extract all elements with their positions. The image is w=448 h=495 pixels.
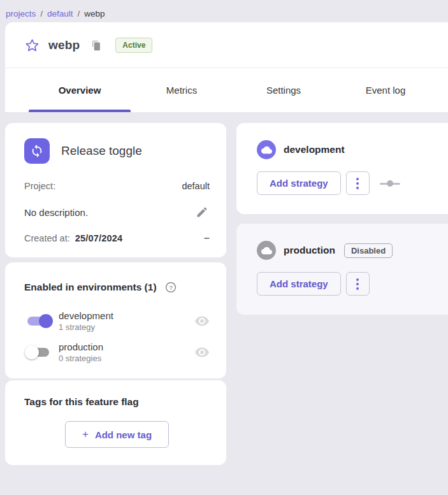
status-badge: Active [115, 38, 152, 53]
tags-button-wrap: + Add new tag [24, 421, 210, 448]
environment-texts: production 0 strategies [59, 341, 194, 363]
created-at-value: 25/07/2024 [75, 233, 123, 243]
tabs-bar: Overview Metrics Settings Event log [5, 68, 448, 112]
created-at-label: Created at: [24, 233, 70, 243]
created-at-group: Created at: 25/07/2024 [24, 233, 122, 243]
kebab-dot [356, 278, 359, 281]
environment-panel-name: development [284, 144, 345, 155]
breadcrumb-link-default[interactable]: default [47, 9, 73, 18]
environment-panel-name: production [284, 245, 335, 256]
tab-overview[interactable]: Overview [29, 68, 131, 112]
breadcrumb: projects / default / webp [0, 0, 448, 22]
tags-card: Tags for this feature flag + Add new tag [5, 380, 226, 465]
created-at-row: Created at: 25/07/2024 – [24, 233, 210, 243]
kebab-dot [356, 182, 359, 185]
breadcrumb-separator: / [78, 9, 80, 18]
release-toggle-icon [24, 138, 50, 164]
kebab-dot [356, 187, 359, 189]
feature-title-row: webp Active [5, 22, 448, 68]
feature-details-card: Release toggle Project: default No descr… [5, 123, 226, 257]
environment-strategy-count: 1 strategy [59, 322, 194, 332]
cloud-environment-icon [257, 241, 276, 260]
environment-strategy-count: 0 strategies [59, 354, 194, 363]
development-environment-panel: development Add strategy [236, 123, 448, 214]
production-panel-header: production Disabled [257, 241, 435, 260]
drag-handle-icon [380, 180, 400, 187]
more-options-button[interactable] [346, 272, 370, 296]
feature-type-label: Release toggle [61, 144, 142, 158]
development-toggle[interactable] [24, 313, 54, 329]
left-column: Release toggle Project: default No descr… [5, 123, 226, 465]
kebab-dot [356, 287, 359, 290]
tab-event-log[interactable]: Event log [335, 68, 437, 112]
kebab-dot [356, 283, 359, 285]
breadcrumb-current: webp [84, 9, 105, 18]
breadcrumb-separator: / [40, 9, 43, 18]
production-panel-actions: Add strategy [257, 272, 435, 296]
add-new-tag-label: Add new tag [95, 429, 152, 440]
enabled-environments-header: Enabled in environments (1) ? [24, 280, 210, 295]
production-toggle[interactable] [24, 345, 54, 360]
eye-icon[interactable] [194, 313, 210, 329]
more-options-button[interactable] [346, 171, 370, 195]
add-strategy-button[interactable]: Add strategy [257, 171, 341, 195]
tags-title: Tags for this feature flag [24, 396, 210, 408]
right-column: development Add strategy prod [236, 123, 448, 315]
development-panel-actions: Add strategy [257, 171, 435, 195]
project-label: Project: [24, 181, 55, 191]
environment-row-production: production 0 strategies [24, 341, 210, 363]
environment-name: development [59, 310, 194, 321]
disabled-badge: Disabled [344, 243, 393, 258]
overview-content: Release toggle Project: default No descr… [0, 112, 448, 465]
enabled-environments-title: Enabled in environments (1) [24, 282, 157, 293]
enabled-environments-card: Enabled in environments (1) ? developmen… [5, 262, 226, 378]
add-strategy-button[interactable]: Add strategy [257, 272, 341, 296]
description-text: No description. [24, 207, 88, 218]
svg-text:?: ? [169, 284, 173, 291]
tab-settings[interactable]: Settings [233, 68, 335, 112]
project-row: Project: default [24, 181, 210, 191]
environment-row-development: development 1 strategy [24, 310, 210, 332]
cloud-environment-icon [257, 140, 276, 159]
tab-metrics[interactable]: Metrics [131, 68, 233, 112]
favorite-star-icon[interactable] [24, 38, 40, 53]
environment-texts: development 1 strategy [59, 310, 194, 332]
kebab-dot [356, 178, 359, 180]
feature-type-row: Release toggle [24, 138, 210, 164]
eye-icon[interactable] [194, 345, 210, 360]
development-panel-header: development [257, 140, 435, 159]
help-icon[interactable]: ? [163, 280, 178, 295]
page-title: webp [48, 38, 80, 52]
add-new-tag-button[interactable]: + Add new tag [65, 421, 169, 448]
project-value: default [182, 181, 210, 191]
copy-name-icon[interactable] [90, 39, 101, 51]
edit-description-icon[interactable] [194, 204, 210, 220]
description-row: No description. [24, 204, 210, 220]
production-environment-panel: production Disabled Add strategy [236, 224, 448, 315]
plus-icon: + [82, 428, 89, 441]
breadcrumb-link-projects[interactable]: projects [6, 9, 36, 18]
environment-name: production [59, 341, 194, 352]
collapse-details-button[interactable]: – [204, 233, 210, 243]
feature-header-card: webp Active Overview Metrics Settings Ev… [5, 22, 448, 112]
